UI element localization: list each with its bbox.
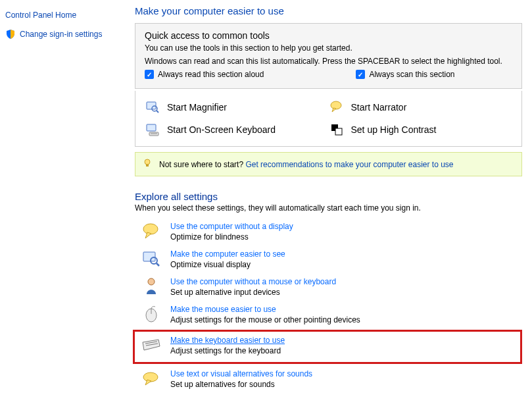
osk-label: Start On-Screen Keyboard — [167, 124, 276, 135]
setting-item-no-display: Use the computer without a display Optim… — [135, 219, 522, 247]
desc-no-mouse-keyboard: Set up alternative input devices — [170, 288, 336, 297]
quick-line2: Windows can read and scan this list auto… — [145, 57, 512, 66]
recommendation-link[interactable]: Get recommendations to make your compute… — [245, 160, 453, 169]
link-keyboard[interactable]: Make the keyboard easier to use — [170, 336, 285, 345]
setting-item-easier-see: Make the computer easier to see Optimize… — [135, 247, 522, 274]
monitor-magnifier-icon — [141, 249, 161, 268]
sidebar-link-home[interactable]: Control Panel Home — [5, 11, 128, 20]
svg-point-3 — [331, 101, 341, 109]
svg-rect-8 — [335, 128, 342, 135]
link-no-mouse-keyboard[interactable]: Use the computer without a mouse or keyb… — [170, 277, 336, 286]
svg-rect-10 — [146, 165, 149, 167]
sidebar-link-signin[interactable]: Change sign-in settings — [5, 29, 128, 39]
sidebar: Control Panel Home Change sign-in settin… — [0, 0, 135, 412]
link-sounds[interactable]: Use text or visual alternatives for soun… — [170, 369, 312, 378]
explore-title: Explore all settings — [135, 191, 522, 202]
svg-point-9 — [145, 159, 150, 165]
link-easier-see[interactable]: Make the computer easier to see — [170, 249, 285, 259]
setting-item-mouse: Make the mouse easier to use Adjust sett… — [135, 302, 522, 330]
speech-bubble-icon — [141, 222, 161, 240]
speech-bubble-icon — [141, 369, 161, 388]
setting-item-no-mouse-keyboard: Use the computer without a mouse or keyb… — [135, 274, 522, 302]
keyboard-icon — [145, 122, 160, 137]
contrast-label: Set up High Contrast — [351, 124, 437, 135]
magnifier-label: Start Magnifier — [167, 102, 227, 113]
checkbox-scan-section[interactable]: ✓ Always scan this section — [356, 70, 454, 79]
setting-item-sounds: Use text or visual alternatives for soun… — [135, 367, 522, 394]
magnifier-icon — [145, 100, 160, 115]
svg-rect-12 — [143, 252, 155, 261]
quick-line1: You can use the tools in this section to… — [145, 43, 512, 53]
speech-bubble-icon — [329, 100, 345, 115]
person-icon — [141, 277, 161, 296]
highlighted-setting: Make the keyboard easier to use Adjust s… — [133, 330, 522, 364]
explore-desc: When you select these settings, they wil… — [135, 203, 522, 213]
contrast-icon — [329, 122, 345, 137]
desc-mouse: Adjust settings for the mouse or other p… — [170, 315, 360, 324]
desc-keyboard: Adjust settings for the keyboard — [170, 346, 285, 355]
link-no-display[interactable]: Use the computer without a display — [170, 222, 293, 231]
tool-start-osk[interactable]: Start On-Screen Keyboard — [145, 118, 329, 141]
tools-panel: Start Magnifier Start Narrator Start On-… — [135, 91, 522, 147]
desc-sounds: Set up alternatives for sounds — [170, 380, 312, 389]
lightbulb-icon — [142, 158, 153, 170]
quick-access-title: Quick access to common tools — [145, 30, 512, 41]
recommendation-infobar: Not sure where to start? Get recommendat… — [135, 152, 522, 176]
narrator-label: Start Narrator — [351, 102, 407, 113]
svg-line-14 — [157, 263, 159, 266]
tool-start-narrator[interactable]: Start Narrator — [329, 96, 513, 118]
svg-rect-4 — [147, 124, 156, 131]
setting-item-keyboard: Make the keyboard easier to use Adjust s… — [139, 333, 519, 361]
checkmark-icon: ✓ — [145, 70, 154, 79]
link-mouse[interactable]: Make the mouse easier to use — [170, 305, 276, 314]
checkbox-read-aloud[interactable]: ✓ Always read this section aloud — [145, 70, 264, 79]
infobar-text: Not sure where to start? Get recommendat… — [159, 160, 454, 169]
svg-point-20 — [143, 373, 158, 382]
infobar-prefix: Not sure where to start? — [159, 160, 245, 169]
tool-high-contrast[interactable]: Set up High Contrast — [329, 118, 513, 141]
keyboard-icon — [141, 336, 161, 354]
main-content: Make your computer easier to use Quick a… — [135, 0, 532, 412]
svg-point-11 — [143, 224, 158, 234]
check2-label: Always scan this section — [369, 70, 454, 79]
shield-icon — [5, 29, 16, 39]
check1-label: Always read this section aloud — [158, 70, 264, 79]
checkmark-icon: ✓ — [356, 70, 365, 79]
quick-access-panel: Quick access to common tools You can use… — [135, 23, 522, 89]
mouse-icon — [141, 305, 161, 323]
svg-point-15 — [148, 278, 155, 285]
home-label: Control Panel Home — [5, 11, 76, 20]
signin-label: Change sign-in settings — [20, 30, 102, 39]
desc-easier-see: Optimize visual display — [170, 260, 285, 269]
page-title: Make your computer easier to use — [135, 5, 522, 16]
svg-line-2 — [157, 111, 158, 113]
desc-no-display: Optimize for blindness — [170, 232, 293, 242]
tool-start-magnifier[interactable]: Start Magnifier — [145, 96, 329, 118]
